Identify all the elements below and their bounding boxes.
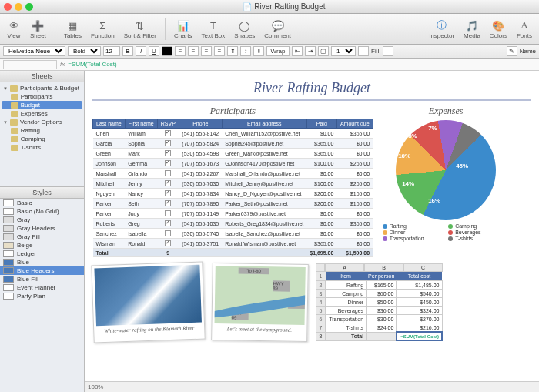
bold-button[interactable]: B: [122, 46, 133, 56]
table-row[interactable]: 4Dinner$50.00$450.00: [316, 298, 443, 307]
style-item[interactable]: Blue Headers: [0, 266, 84, 275]
col-header[interactable]: Item: [326, 272, 367, 281]
minimize-button[interactable]: [15, 3, 22, 11]
valign-top-button[interactable]: ⬆: [227, 46, 238, 56]
participants-table[interactable]: Last nameFirst nameRSVPPhoneEmail addres…: [92, 119, 373, 257]
align-right-button[interactable]: ≡: [201, 46, 212, 56]
col-header[interactable]: Total cost: [397, 272, 442, 281]
charts-button[interactable]: 📊Charts: [172, 18, 195, 40]
table-row[interactable]: 2Rafting$165.00$1,485.00: [316, 281, 443, 290]
valign-bot-button[interactable]: ⬇: [253, 46, 264, 56]
photo-card[interactable]: White-water rafting on the Klamath River: [91, 262, 205, 343]
size-input[interactable]: [103, 46, 120, 56]
expenses-pie-chart[interactable]: 45%16%14%10%8%7%: [396, 120, 496, 220]
font-select[interactable]: Helvetica Neue: [3, 46, 65, 56]
grid-col-header[interactable]: C: [403, 263, 443, 272]
shapes-button[interactable]: ◯Shapes: [232, 18, 257, 40]
sidebar-item[interactable]: Expenses: [2, 109, 82, 118]
sidebar-item[interactable]: ▼Vendor Options: [2, 118, 82, 126]
valign-mid-button[interactable]: ↕: [240, 46, 251, 56]
sidebar-item[interactable]: Rafting: [2, 126, 82, 135]
table-row[interactable]: 7T-shirts$24.00$216.00: [316, 323, 443, 333]
sort-filter-button[interactable]: ⇅Sort & Filter: [122, 18, 159, 40]
table-row[interactable]: ChenWilliam(541) 555-8142Chen_William152…: [93, 129, 373, 139]
col-header[interactable]: Last name: [93, 119, 126, 129]
col-header[interactable]: Email address: [222, 119, 306, 129]
arrange-button[interactable]: ✎: [507, 46, 517, 56]
colors-button[interactable]: 🎨Colors: [487, 18, 510, 40]
media-button[interactable]: 🎵Media: [461, 18, 483, 40]
sheet-button[interactable]: ➕Sheet: [28, 18, 49, 40]
style-item[interactable]: Ledger: [0, 250, 84, 258]
fonts-button[interactable]: AFonts: [514, 18, 534, 40]
style-select[interactable]: Bold: [68, 46, 101, 56]
sidebar-item[interactable]: ▼Participants & Budget: [2, 84, 82, 92]
style-item[interactable]: Basic: [0, 199, 84, 207]
sidebar-item[interactable]: Participants: [2, 92, 82, 101]
inspector-button[interactable]: ⓘInspector: [427, 18, 457, 40]
table-row[interactable]: ParkerSeth(707) 555-7890Parker_Seth@post…: [93, 199, 373, 209]
table-row[interactable]: WismanRonald(541) 555-3751Ronald.Wisman@…: [93, 239, 373, 249]
style-item[interactable]: Gray Fill: [0, 233, 84, 241]
align-justify-button[interactable]: ≡: [214, 46, 225, 56]
col-header[interactable]: Amount due: [336, 119, 373, 129]
wrap-button[interactable]: Wrap: [266, 46, 290, 56]
style-item[interactable]: Event Planner: [0, 283, 84, 292]
table-row[interactable]: MarshallOrlando(541) 555-2267Marshall_Or…: [93, 169, 373, 179]
table-row[interactable]: ParkerJudy(707) 555-1149Parker6379@postl…: [93, 209, 373, 219]
underline-button[interactable]: U: [149, 46, 159, 56]
tables-button[interactable]: ▦Tables: [62, 18, 84, 40]
style-item[interactable]: Beige: [0, 241, 84, 250]
fill-color[interactable]: [383, 46, 393, 56]
table-row[interactable]: JohnsonGemma(707) 555-1673GJohnson4170@p…: [93, 159, 373, 169]
sidebar-item[interactable]: T-shirts: [2, 143, 82, 152]
comment-button[interactable]: 💬Comment: [262, 18, 293, 40]
close-button[interactable]: [4, 3, 12, 11]
formula-input[interactable]: =SUM(Total Cost): [68, 61, 116, 68]
view-button[interactable]: 👁View: [5, 18, 23, 40]
textbox-button[interactable]: TText Box: [199, 18, 228, 40]
grid-col-header[interactable]: B: [364, 263, 403, 272]
style-item[interactable]: Blue Fill: [0, 275, 84, 283]
canvas[interactable]: River Rafting Budget Participants Last n…: [85, 71, 539, 392]
sidebar-item[interactable]: Budget: [2, 101, 82, 109]
table-row[interactable]: SanchezIsabella(530) 555-5740Isabella_Sa…: [93, 229, 373, 239]
color-button[interactable]: [162, 46, 172, 56]
align-left-button[interactable]: ≡: [175, 46, 186, 56]
style-item[interactable]: Basic (No Grid): [0, 207, 84, 216]
table-row[interactable]: GarciaSophia(707) 555-5824Sophia245@post…: [93, 139, 373, 149]
function-button[interactable]: ΣFunction: [89, 18, 117, 40]
stroke-color[interactable]: [358, 46, 369, 56]
indent-less-button[interactable]: ⇤: [292, 46, 303, 56]
table-row[interactable]: NguyenNancy(541) 555-7834Nancy_D_Nguyen@…: [93, 189, 373, 199]
grid-col-header[interactable]: A: [325, 263, 364, 272]
cell-reference[interactable]: [3, 60, 57, 69]
style-item[interactable]: Party Plan: [0, 292, 84, 300]
style-item[interactable]: Gray Headers: [0, 224, 84, 233]
table-row[interactable]: 3Camping$60.00$540.00: [316, 290, 443, 298]
styles-list: BasicBasic (No Grid)GrayGray HeadersGray…: [0, 199, 84, 300]
italic-button[interactable]: I: [136, 46, 146, 56]
table-row[interactable]: 5Beverages$36.00$324.00: [316, 307, 443, 315]
map-card[interactable]: To I-80 HWY 89 HWY 49 HWY 69 Let's meet …: [211, 263, 309, 342]
zoom-button[interactable]: [25, 3, 33, 11]
col-header[interactable]: Phone: [179, 119, 222, 129]
align-center-button[interactable]: ≡: [188, 46, 199, 56]
style-item[interactable]: Blue: [0, 258, 84, 266]
table-row[interactable]: 6Transportation$30.00$270.00: [316, 315, 443, 323]
total-row[interactable]: 8Total=SUM(Total Cost): [316, 332, 443, 340]
table-row[interactable]: GreenMark(530) 555-4598Green_Mark@postli…: [93, 149, 373, 159]
zoom-level[interactable]: 100%: [88, 384, 103, 390]
stroke-select[interactable]: 1 pt: [331, 46, 356, 56]
style-item[interactable]: Gray: [0, 216, 84, 224]
table-row[interactable]: MitchellJenny(530) 555-7030Mitchell_Jenn…: [93, 179, 373, 189]
table-row[interactable]: RobertsGreg(541) 555-1035Roberts_Greg183…: [93, 219, 373, 229]
col-header[interactable]: Paid: [306, 119, 336, 129]
budget-table[interactable]: 1ItemPer personTotal cost 2Rafting$165.0…: [316, 272, 443, 341]
col-header[interactable]: RSVP: [157, 119, 179, 129]
sidebar-item[interactable]: Camping: [2, 135, 82, 143]
col-header[interactable]: Per person: [367, 272, 397, 281]
indent-more-button[interactable]: ⇥: [305, 46, 316, 56]
border-button[interactable]: ▢: [318, 46, 329, 56]
col-header[interactable]: First name: [125, 119, 157, 129]
